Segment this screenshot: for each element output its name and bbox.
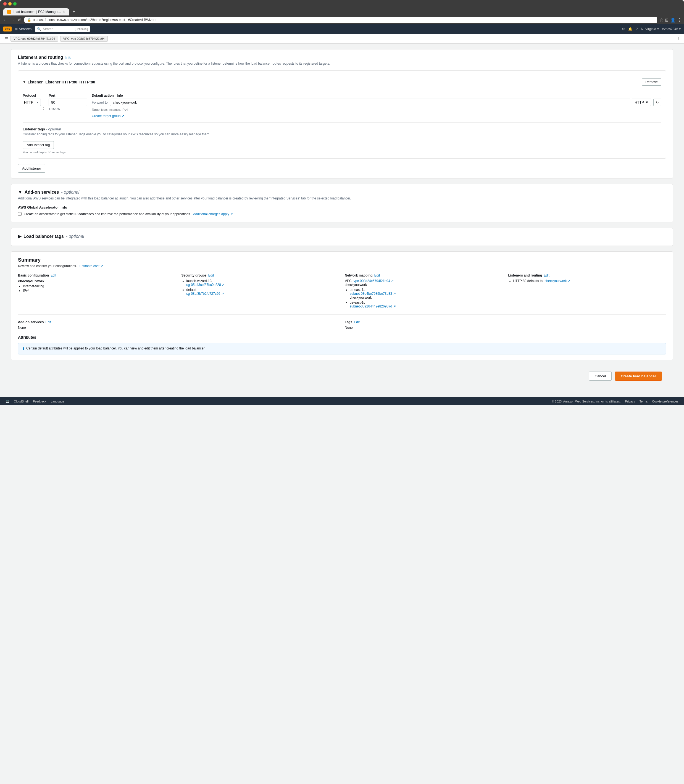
footer-actions: Cancel Create load balancer bbox=[11, 366, 673, 386]
listener-label: Listener bbox=[27, 80, 42, 84]
addon-edit-link[interactable]: Edit bbox=[45, 320, 51, 324]
account-selector[interactable]: evecs7346 ▾ bbox=[662, 27, 681, 31]
port-group: : bbox=[43, 106, 44, 111]
lb-type-1: Internet-facing bbox=[23, 284, 176, 288]
protocol-label: Protocol bbox=[23, 94, 41, 97]
addon-collapse-arrow[interactable]: ▼ bbox=[18, 190, 23, 195]
extension-icon: ⊞ bbox=[665, 18, 668, 23]
new-tab-button[interactable]: + bbox=[71, 8, 76, 16]
target-protocol-select[interactable]: HTTP ▼ bbox=[632, 98, 651, 106]
listeners-routing-title: Listeners and routing bbox=[18, 55, 63, 60]
grid-icon: ⊞ bbox=[15, 27, 18, 31]
info-sidebar-icon[interactable]: ℹ bbox=[678, 37, 679, 41]
language-link[interactable]: Language bbox=[51, 400, 65, 403]
target-protocol-arrow: ▼ bbox=[645, 100, 649, 105]
subnet1-id-link[interactable]: subnet-03e4be7985be73d33 ↗ bbox=[350, 292, 396, 295]
browser-menu-icon[interactable]: ⋮ bbox=[678, 18, 682, 23]
collapse-arrow-icon[interactable]: ▼ bbox=[23, 80, 26, 84]
vpc-id-link[interactable]: vpc-008d24c6794f21b94 ↗ bbox=[353, 279, 394, 283]
create-load-balancer-button[interactable]: Create load balancer bbox=[615, 371, 662, 381]
notification-icon[interactable]: 🔔 bbox=[628, 27, 632, 31]
search-bar[interactable]: 🔍 Search [Option+S] bbox=[35, 26, 90, 32]
refresh-target-button[interactable]: ↻ bbox=[653, 98, 661, 106]
hamburger-icon[interactable]: ☰ bbox=[5, 36, 8, 42]
port-input[interactable] bbox=[48, 98, 87, 106]
network-mapping-edit-link[interactable]: Edit bbox=[374, 274, 380, 277]
feedback-link[interactable]: Feedback bbox=[33, 400, 46, 403]
add-listener-tag-button[interactable]: Add listener tag bbox=[23, 141, 54, 149]
active-tab[interactable]: Load balancers | EC2 Manager... ✕ bbox=[3, 8, 69, 16]
basic-config-edit-link[interactable]: Edit bbox=[50, 274, 56, 277]
settings-icon[interactable]: ⚙ bbox=[622, 27, 625, 31]
cookie-preferences-link[interactable]: Cookie preferences bbox=[652, 400, 679, 403]
protocol-select-wrapper[interactable]: HTTP ▼ bbox=[23, 98, 41, 106]
listeners-routing-edit-link[interactable]: Edit bbox=[544, 274, 550, 277]
window-minimize-button[interactable] bbox=[8, 2, 11, 5]
summary-desc: Review and confirm your configurations. … bbox=[18, 264, 666, 268]
default-action-info-link[interactable]: Info bbox=[117, 94, 123, 97]
listener-http-label: HTTP:80 bbox=[79, 80, 95, 84]
lock-icon: 🔒 bbox=[27, 18, 31, 22]
services-button[interactable]: ⊞ Services bbox=[15, 27, 32, 31]
target-group-input[interactable]: checkyourwork bbox=[110, 98, 630, 106]
region-selector[interactable]: N. Virginia ▾ bbox=[641, 27, 658, 31]
cloudshell-link[interactable]: CloudShell bbox=[14, 400, 29, 403]
accelerator-checkbox-label: Create an accelerator to get static IP a… bbox=[24, 211, 233, 216]
listener-target-link[interactable]: checkyourwork ↗ bbox=[545, 279, 571, 283]
terms-link[interactable]: Terms bbox=[639, 400, 648, 403]
listener-tags-optional: - optional bbox=[46, 127, 61, 131]
help-icon[interactable]: ? bbox=[636, 27, 637, 31]
target-type-hint: Target type: Instance, IPv4 bbox=[92, 108, 661, 111]
subnet2-id-link[interactable]: subnet-059264442e826937d ↗ bbox=[350, 305, 396, 308]
listeners-info-link[interactable]: Info bbox=[66, 55, 71, 60]
summary-bottom-grid: Add-on services Edit None Tags Edit None bbox=[18, 315, 666, 329]
summary-section: Summary Review and confirm your configur… bbox=[11, 252, 673, 360]
aws-navigation: aws ⊞ Services 🔍 Search [Option+S] ⚙ 🔔 ?… bbox=[0, 24, 684, 34]
listener-tags-desc: Consider adding tags to your listener. T… bbox=[23, 132, 661, 136]
tab-close-icon[interactable]: ✕ bbox=[63, 10, 65, 13]
vpc-row: VPC vpc-008d24c6794f21b94 ↗ checkyourwor… bbox=[345, 279, 503, 287]
aws-logo: aws bbox=[3, 26, 11, 32]
lb-tags-expand-arrow: ▶ bbox=[18, 234, 21, 239]
listener-summary-item: HTTP:80 defaults to checkyourwork ↗ bbox=[513, 279, 666, 283]
window-close-button[interactable] bbox=[3, 2, 6, 5]
estimate-cost-link[interactable]: Estimate cost ↗ bbox=[79, 264, 103, 268]
accelerator-checkbox[interactable] bbox=[18, 212, 21, 216]
addon-summary: Add-on services Edit None bbox=[18, 320, 339, 329]
address-bar[interactable]: 🔒 us-east-1.console.aws.amazon.com/ec2/h… bbox=[24, 17, 657, 23]
remove-listener-button[interactable]: Remove bbox=[642, 79, 661, 85]
listener-form-row: Protocol HTTP ▼ : Port 1-65535 bbox=[23, 94, 661, 118]
create-target-group-link[interactable]: Create target group ↗ bbox=[92, 114, 661, 118]
search-shortcut: [Option+S] bbox=[74, 27, 88, 31]
sg1-name: launch-wizard-13 sg-05a43cef87bc0b228 ↗ bbox=[187, 279, 339, 287]
lb-type-list: Internet-facing IPv4 bbox=[18, 284, 176, 292]
tags-edit-link[interactable]: Edit bbox=[354, 320, 360, 324]
profile-icon[interactable]: 👤 bbox=[670, 18, 676, 23]
summary-listeners-routing: Listeners and routing Edit HTTP:80 defau… bbox=[508, 274, 666, 309]
lb-tags-title-row[interactable]: ▶ Load balancer tags - optional bbox=[18, 234, 666, 239]
security-groups-edit-link[interactable]: Edit bbox=[208, 274, 214, 277]
refresh-button[interactable]: ↺ bbox=[16, 17, 22, 23]
lb-tags-optional: - optional bbox=[66, 234, 84, 239]
accelerator-title: AWS Global Accelerator bbox=[18, 205, 59, 210]
window-maximize-button[interactable] bbox=[13, 2, 16, 5]
accelerator-info-link[interactable]: Info bbox=[61, 205, 67, 210]
additional-charges-link[interactable]: Additional charges apply ↗ bbox=[193, 212, 233, 216]
cancel-button[interactable]: Cancel bbox=[589, 371, 611, 381]
privacy-link[interactable]: Privacy bbox=[625, 400, 635, 403]
sg1-id-link[interactable]: sg-05a43cef87bc0b228 ↗ bbox=[187, 283, 225, 287]
bookmark-icon[interactable]: ☆ bbox=[660, 18, 663, 23]
listeners-routing-section: Listeners and routing Info A listener is… bbox=[11, 49, 673, 179]
listener-tags-title: Listener tags - optional bbox=[23, 127, 661, 131]
protocol-select[interactable]: HTTP bbox=[23, 99, 34, 106]
forward-to-label: Forward to bbox=[92, 100, 108, 105]
sg2-id-link[interactable]: sg-08af3b7b2fd727c56 ↗ bbox=[187, 292, 224, 295]
accelerator-checkbox-row: Create an accelerator to get static IP a… bbox=[18, 211, 666, 216]
add-listener-button[interactable]: Add listener bbox=[18, 164, 45, 173]
lb-tags-section: ▶ Load balancer tags - optional bbox=[11, 228, 673, 246]
forward-button[interactable]: → bbox=[10, 17, 16, 23]
subnet-2: us-east-1c subnet-059264442e826937d ↗ bbox=[350, 300, 503, 308]
default-action-group: Default action Info Forward to checkyour… bbox=[92, 94, 661, 118]
port-hint: 1-65535 bbox=[48, 107, 87, 110]
back-button[interactable]: ← bbox=[2, 17, 8, 23]
